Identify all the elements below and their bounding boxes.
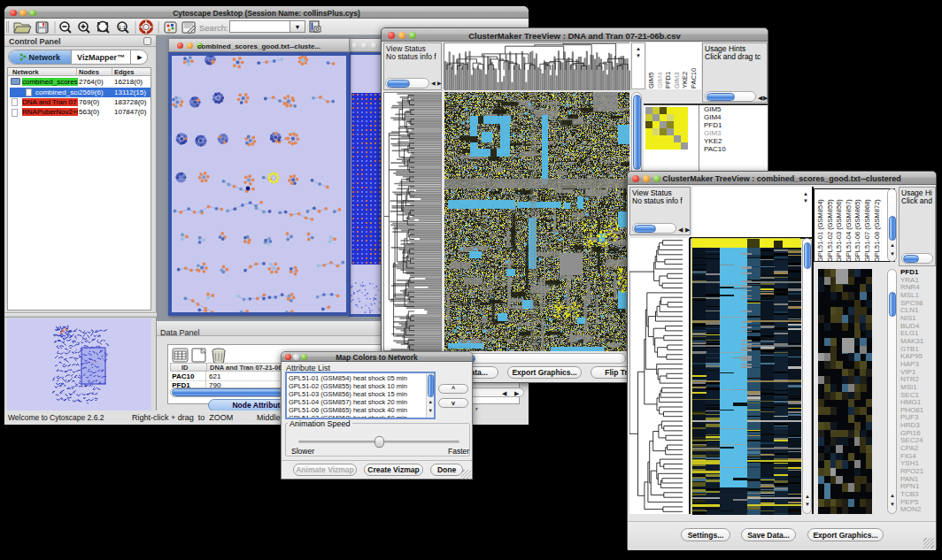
svg-text:GIM5: GIM5 bbox=[647, 73, 655, 88]
svg-text:GPL51-02 (GSM855): GPL51-02 (GSM855) bbox=[826, 199, 834, 262]
svg-text:PAC10: PAC10 bbox=[690, 68, 698, 88]
svg-text:GIM3: GIM3 bbox=[673, 73, 681, 88]
svg-text:GPL51-01 (GSM854): GPL51-01 (GSM854) bbox=[816, 199, 824, 262]
svg-text:GPL51-06 (GSM865): GPL51-06 (GSM865) bbox=[853, 199, 861, 262]
svg-text:GPL51-03 (GSM856): GPL51-03 (GSM856) bbox=[835, 199, 843, 262]
svg-text:GPL51-04 (GSM857): GPL51-04 (GSM857) bbox=[845, 199, 853, 262]
svg-text:PFD1: PFD1 bbox=[664, 72, 672, 88]
svg-text:GPL51-08 (GSM872): GPL51-08 (GSM872) bbox=[873, 199, 881, 262]
svg-text:1:1: 1:1 bbox=[119, 25, 127, 30]
svg-text:GIM4: GIM4 bbox=[656, 73, 664, 88]
svg-text:GPL51-07 (GSM868): GPL51-07 (GSM868) bbox=[863, 199, 871, 262]
svg-text:YKE2: YKE2 bbox=[681, 72, 689, 88]
